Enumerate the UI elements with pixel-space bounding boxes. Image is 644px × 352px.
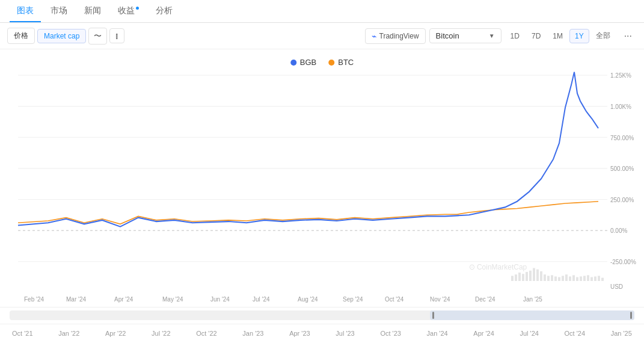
timeline-jan24: Jan '24	[427, 330, 448, 337]
svg-rect-29	[515, 274, 517, 281]
svg-rect-47	[580, 276, 582, 281]
svg-text:Apr '24: Apr '24	[114, 296, 133, 303]
svg-text:Aug '24: Aug '24	[298, 296, 318, 303]
svg-text:500.00%: 500.00%	[610, 165, 634, 172]
dropdown-arrow-icon: ▼	[489, 32, 495, 39]
svg-text:0.00%: 0.00%	[610, 227, 627, 234]
svg-rect-44	[569, 276, 571, 281]
svg-text:750.00%: 750.00%	[610, 134, 634, 141]
svg-rect-37	[544, 274, 546, 281]
svg-rect-39	[551, 275, 553, 281]
marketcap-button[interactable]: Market cap	[37, 29, 86, 43]
svg-rect-52	[598, 276, 600, 281]
coin-selector[interactable]: Bitcoin ▼	[429, 28, 501, 43]
svg-rect-41	[558, 277, 560, 281]
time-7d[interactable]: 7D	[526, 29, 546, 43]
svg-rect-49	[587, 275, 589, 281]
time-range-group: 1D 7D 1M 1Y 全部	[505, 28, 616, 44]
svg-rect-48	[583, 276, 586, 281]
price-button[interactable]: 价格	[7, 28, 35, 44]
svg-text:1.25K%: 1.25K%	[610, 72, 631, 79]
view-type-group: 价格 Market cap 〜 ⫿	[7, 28, 124, 45]
candle-chart-icon-button[interactable]: ⫿	[109, 28, 124, 43]
svg-text:Jul '24: Jul '24	[253, 296, 270, 303]
svg-rect-42	[562, 276, 564, 281]
svg-rect-36	[540, 271, 542, 281]
timeline-jan22: Jan '22	[58, 330, 79, 337]
line-chart-icon-button[interactable]: 〜	[88, 28, 107, 45]
svg-text:May '24: May '24	[162, 296, 183, 303]
svg-text:Sep '24: Sep '24	[343, 296, 363, 303]
svg-rect-32	[526, 272, 528, 281]
timeline-oct23: Oct '23	[380, 330, 401, 337]
legend-btc: BTC	[328, 58, 354, 67]
tradingview-badge: ⌁ TradingView	[365, 28, 426, 44]
timeline-apr24: Apr '24	[473, 330, 494, 337]
main-chart: BGB BTC 1.25K% 1.00K% 750.00% 500.00% 25…	[0, 49, 644, 307]
tab-chart[interactable]: 图表	[10, 1, 41, 22]
timeline-oct22: Oct '22	[196, 330, 217, 337]
svg-text:Mar '24: Mar '24	[66, 296, 86, 303]
svg-text:250.00%: 250.00%	[610, 196, 634, 203]
time-1y[interactable]: 1Y	[569, 29, 589, 43]
timeline-apr23: Apr '23	[289, 330, 310, 337]
svg-rect-35	[536, 270, 539, 281]
btc-color-dot	[328, 60, 334, 66]
svg-text:Jun '24: Jun '24	[210, 296, 230, 303]
timeline-jul22: Jul '22	[152, 330, 170, 337]
svg-rect-53	[601, 278, 604, 281]
svg-rect-46	[576, 277, 578, 281]
tradingview-icon: ⌁	[372, 31, 376, 41]
svg-text:USD: USD	[610, 283, 623, 290]
scroll-thumb[interactable]	[430, 310, 634, 320]
svg-rect-51	[594, 276, 596, 281]
timeline-oct24: Oct '24	[565, 330, 586, 337]
top-navigation: 图表 市场 新闻 收益 分析	[0, 0, 644, 23]
timeline-apr22: Apr '22	[105, 330, 126, 337]
svg-rect-34	[533, 268, 535, 281]
svg-text:Feb '24: Feb '24	[24, 296, 44, 303]
svg-text:Dec '24: Dec '24	[475, 296, 495, 303]
svg-rect-38	[547, 276, 550, 281]
chart-legend: BGB BTC	[290, 58, 354, 67]
bottom-timeline: Oct '21 Jan '22 Apr '22 Jul '22 Oct '22 …	[0, 324, 644, 342]
svg-text:Jan '25: Jan '25	[523, 296, 542, 303]
timeline-jan25: Jan '25	[611, 330, 632, 337]
time-all[interactable]: 全部	[590, 28, 616, 44]
chart-toolbar: 价格 Market cap 〜 ⫿ ⌁ TradingView Bitcoin …	[0, 23, 644, 49]
svg-rect-45	[572, 275, 575, 281]
svg-rect-28	[511, 276, 514, 281]
timeline-jan23: Jan '23	[242, 330, 263, 337]
timeline-oct21: Oct '21	[12, 330, 33, 337]
time-1m[interactable]: 1M	[547, 29, 568, 43]
chart-svg: 1.25K% 1.00K% 750.00% 500.00% 250.00% 0.…	[0, 49, 644, 307]
tab-earnings[interactable]: 收益	[111, 1, 146, 22]
scroll-left-handle	[432, 312, 434, 319]
svg-text:-250.00%: -250.00%	[610, 259, 636, 265]
svg-rect-50	[590, 277, 593, 281]
legend-bgb: BGB	[290, 58, 316, 67]
svg-text:Oct '24: Oct '24	[385, 296, 404, 303]
tab-analysis[interactable]: 分析	[149, 1, 180, 22]
scroll-bar-row	[0, 307, 644, 324]
svg-rect-33	[529, 271, 532, 281]
timeline-jul24: Jul '24	[520, 330, 538, 337]
timeline-jul23: Jul '23	[336, 330, 354, 337]
scroll-track-bg[interactable]	[10, 310, 634, 320]
tab-news[interactable]: 新闻	[77, 1, 108, 22]
scroll-track	[0, 310, 644, 320]
more-options-icon[interactable]: ···	[619, 28, 637, 44]
svg-text:1.00K%: 1.00K%	[610, 103, 631, 110]
svg-text:⊙ CoinMarketCap: ⊙ CoinMarketCap	[469, 262, 527, 271]
svg-rect-40	[554, 276, 557, 281]
bgb-color-dot	[290, 60, 296, 66]
svg-rect-30	[518, 273, 521, 281]
svg-rect-43	[565, 274, 568, 281]
scroll-right-handle	[630, 312, 632, 319]
time-1d[interactable]: 1D	[505, 29, 525, 43]
svg-rect-31	[522, 274, 524, 281]
svg-text:Nov '24: Nov '24	[430, 296, 450, 303]
tab-market[interactable]: 市场	[43, 1, 75, 22]
